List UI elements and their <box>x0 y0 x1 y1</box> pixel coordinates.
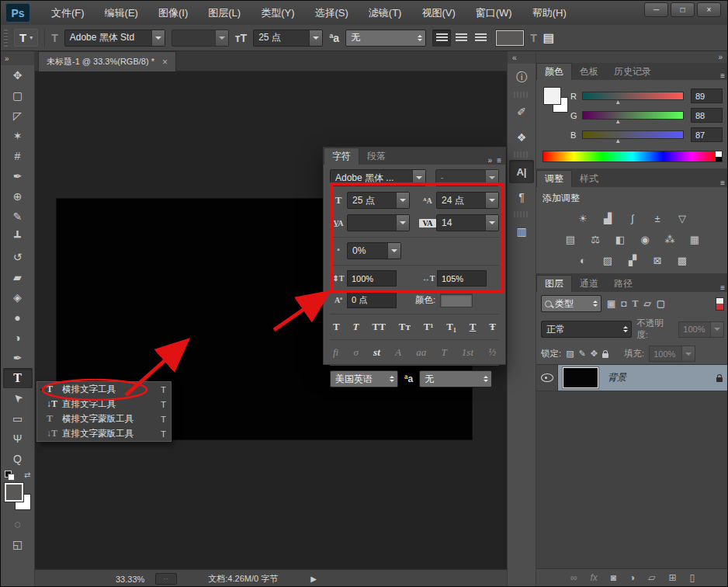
char-font-family-select[interactable]: Adobe 黑体 ... <box>330 169 426 186</box>
green-slider[interactable]: ▲ <box>582 111 684 120</box>
blue-slider[interactable]: ▲ <box>582 130 684 139</box>
visibility-cell[interactable] <box>536 365 558 391</box>
eraser-tool[interactable]: ▰ <box>3 267 33 287</box>
brush-panel-button[interactable]: ✐ <box>509 100 534 123</box>
curves-icon[interactable]: ∫ <box>624 211 642 225</box>
smart-object-filter-icon[interactable]: ▢ <box>657 298 665 309</box>
superscript-button[interactable]: T¹ <box>424 321 434 333</box>
status-expand-icon[interactable]: ▶ <box>310 575 317 583</box>
panel-menu-icon[interactable]: ≡ <box>720 283 725 292</box>
layer-filter-select[interactable]: 类型 <box>541 295 601 312</box>
new-layer-icon[interactable]: ⊞ <box>668 572 676 583</box>
tab-channels[interactable]: 通道 <box>572 276 606 292</box>
faux-italic-button[interactable]: T <box>353 321 359 333</box>
tab-character[interactable]: 字符 <box>324 148 359 165</box>
foreground-color-swatch[interactable] <box>5 483 23 502</box>
photo-filter-icon[interactable]: ◉ <box>636 232 654 246</box>
fill-field[interactable]: 100% <box>649 346 695 362</box>
menu-help[interactable]: 帮助(H) <box>522 1 577 25</box>
lock-image-pixels-icon[interactable]: ✎ <box>579 349 586 359</box>
small-caps-button[interactable]: Tᴛ <box>399 321 411 333</box>
kerning-field[interactable] <box>347 214 410 231</box>
brush-tool[interactable]: ✎ <box>3 207 33 227</box>
color-spectrum-ramp[interactable] <box>543 151 723 162</box>
tracking-dropdown-icon[interactable] <box>485 215 498 231</box>
rectangle-tool[interactable]: ▭ <box>3 408 33 429</box>
tab-styles[interactable]: 样式 <box>572 171 606 187</box>
proportional-spacing-dropdown-icon[interactable] <box>387 243 400 259</box>
align-left-button[interactable] <box>432 30 451 47</box>
swap-colors-icon[interactable]: ⇄ <box>24 471 30 480</box>
close-button[interactable]: × <box>697 2 721 17</box>
underline-button[interactable]: T <box>470 321 477 333</box>
red-value-field[interactable]: 89 <box>691 89 723 103</box>
move-tool[interactable]: ✥ <box>3 65 33 85</box>
paragraph-panel-button[interactable]: ¶ <box>509 186 534 209</box>
clone-source-panel-button[interactable]: ❖ <box>509 126 534 149</box>
layer-thumbnail[interactable] <box>563 367 598 388</box>
histogram-panel-button[interactable]: ▥ <box>509 220 534 243</box>
blue-slider-thumb-icon[interactable]: ▲ <box>615 137 621 144</box>
layer-row-main[interactable]: 背景 <box>558 365 728 391</box>
menu-view[interactable]: 视图(V) <box>411 1 465 25</box>
lock-position-icon[interactable]: ✥ <box>591 349 598 359</box>
menu-window[interactable]: 窗口(W) <box>466 1 522 25</box>
tab-paths[interactable]: 路径 <box>606 276 640 292</box>
blend-mode-spinner-icon[interactable] <box>619 321 631 337</box>
menu-item-horizontal-type-tool[interactable]: ▪ T 横排文字工具 T <box>37 382 171 397</box>
zoom-tool[interactable]: Q <box>3 449 33 469</box>
levels-icon[interactable]: ▟ <box>599 211 617 225</box>
filter-spinner-icon[interactable] <box>589 296 601 311</box>
leading-dropdown-icon[interactable] <box>485 193 498 208</box>
type-filter-icon[interactable]: T <box>633 298 639 310</box>
eyedropper-tool[interactable]: ✒ <box>3 166 33 186</box>
dodge-tool[interactable]: ◑ <box>3 328 33 348</box>
blue-value-field[interactable]: 87 <box>691 127 723 142</box>
panel-foreground-swatch[interactable] <box>544 88 560 104</box>
swash-button[interactable]: A <box>395 346 401 359</box>
menu-file[interactable]: 文件(F) <box>41 1 95 25</box>
contextual-alternates-button[interactable]: σ <box>353 346 358 359</box>
kerning-dropdown-icon[interactable] <box>396 215 409 231</box>
toggle-panels-icon[interactable]: ▤ <box>543 31 554 45</box>
panel-menu-icon[interactable]: ≡ <box>720 71 725 80</box>
black-swatch[interactable] <box>716 157 722 162</box>
tab-color[interactable]: 颜色 <box>536 63 572 80</box>
char-size-dropdown-icon[interactable] <box>396 193 409 208</box>
path-selection-tool[interactable]: ➤ <box>3 388 33 408</box>
tab-history[interactable]: 历史记录 <box>606 64 659 80</box>
font-size-dropdown-icon[interactable] <box>309 30 322 46</box>
anti-alias-select[interactable]: 无 <box>345 30 426 47</box>
default-colors-icon[interactable] <box>5 471 14 480</box>
blur-tool[interactable]: ● <box>3 307 33 328</box>
hand-tool[interactable]: Ψ <box>3 429 33 449</box>
crop-tool[interactable]: # <box>3 146 33 166</box>
red-slider-thumb-icon[interactable]: ▲ <box>615 99 621 106</box>
discretionary-ligatures-button[interactable]: st <box>373 346 380 359</box>
font-size-select[interactable]: 25 点 <box>253 30 323 47</box>
delete-layer-icon[interactable]: ▯ <box>690 572 695 583</box>
all-caps-button[interactable]: TT <box>372 321 385 333</box>
panel-menu-icon[interactable]: ≡ <box>497 156 501 165</box>
maximize-button[interactable]: □ <box>671 2 695 17</box>
anti-alias-spinner-icon[interactable] <box>414 30 425 46</box>
brightness-contrast-icon[interactable]: ☀ <box>574 211 592 225</box>
new-adjustment-layer-icon[interactable]: ◑ <box>629 572 635 583</box>
opacity-dropdown-icon[interactable] <box>710 322 723 337</box>
char-anti-alias-spinner-icon[interactable] <box>480 371 491 387</box>
dock-collapse-button[interactable]: » <box>536 51 728 63</box>
status-options-box[interactable]: ·· <box>155 573 177 585</box>
lasso-tool[interactable]: ◸ <box>3 106 33 126</box>
proportional-spacing-field[interactable]: 0% <box>347 242 401 259</box>
subscript-button[interactable]: T₁ <box>446 321 456 333</box>
char-size-field[interactable]: 25 点 <box>347 192 410 209</box>
warp-text-icon[interactable]: T <box>530 32 537 44</box>
clone-stamp-tool[interactable]: ┻ <box>3 227 33 247</box>
text-color-swatch[interactable] <box>496 30 524 46</box>
filter-toggle-switch[interactable] <box>716 297 724 311</box>
pen-tool[interactable]: ✒ <box>3 348 33 368</box>
menu-edit[interactable]: 编辑(E) <box>95 1 148 25</box>
adjustment-filter-icon[interactable]: ◘ <box>621 298 626 309</box>
char-font-style-select[interactable]: - <box>435 169 499 186</box>
threshold-icon[interactable]: ▞ <box>624 253 642 267</box>
